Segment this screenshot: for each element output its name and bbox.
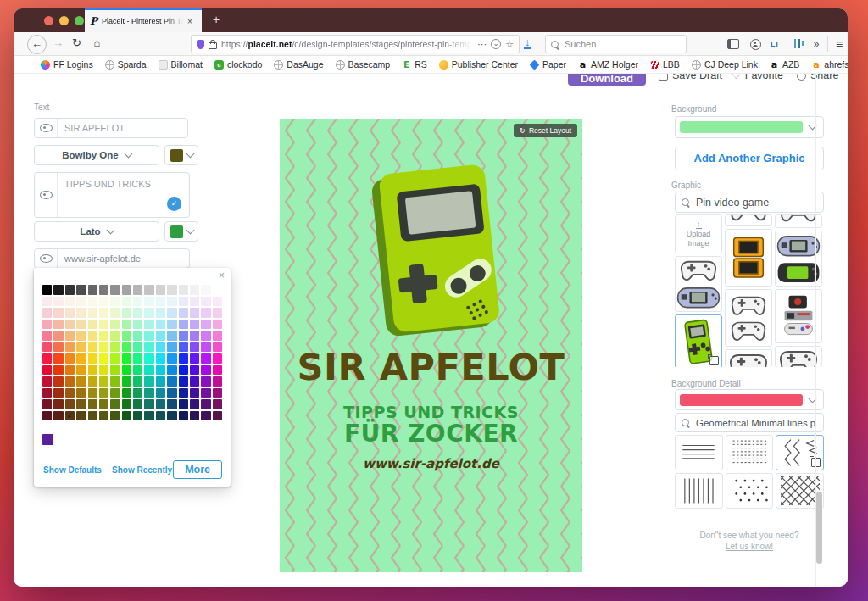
palette-swatch[interactable] <box>110 308 120 318</box>
palette-swatch[interactable] <box>53 285 63 295</box>
palette-swatch[interactable] <box>144 342 153 353</box>
palette-swatch[interactable] <box>156 365 165 376</box>
bookmark-star-icon[interactable]: ☆ <box>505 39 514 50</box>
palette-swatch[interactable] <box>201 399 210 409</box>
palette-swatch[interactable] <box>65 365 75 376</box>
bookmark-rs[interactable]: ERS <box>402 59 427 70</box>
palette-swatch[interactable] <box>144 388 153 398</box>
palette-swatch[interactable] <box>133 320 142 330</box>
bookmark-sparda[interactable]: Sparda <box>105 59 147 70</box>
bookmark-clockodo[interactable]: cclockodo <box>214 59 262 70</box>
palette-swatch[interactable] <box>88 320 97 330</box>
palette-swatch[interactable] <box>65 388 75 398</box>
reset-layout-button[interactable]: ↻ Reset Layout <box>514 124 577 137</box>
palette-swatch[interactable] <box>88 331 97 341</box>
palette-swatch[interactable] <box>65 308 75 318</box>
graphic-thumb-ds[interactable] <box>725 229 772 287</box>
palette-swatch[interactable] <box>42 320 52 330</box>
bookmark-dasauge[interactable]: DasAuge <box>274 59 323 70</box>
zoom-window-button[interactable] <box>75 16 84 25</box>
visibility-toggle-3[interactable] <box>35 249 58 268</box>
palette-swatch[interactable] <box>65 376 75 387</box>
palette-swatch[interactable] <box>213 331 222 341</box>
lock-icon[interactable] <box>209 42 217 49</box>
palette-swatch[interactable] <box>122 285 131 295</box>
palette-swatch[interactable] <box>53 308 63 318</box>
palette-swatch[interactable] <box>65 331 75 341</box>
palette-swatch[interactable] <box>110 399 120 409</box>
palette-swatch[interactable] <box>156 399 165 409</box>
palette-swatch[interactable] <box>179 353 188 364</box>
palette-swatch[interactable] <box>110 388 120 398</box>
palette-swatch[interactable] <box>167 331 176 341</box>
bookmark-basecamp[interactable]: Basecamp <box>336 59 391 70</box>
palette-swatch[interactable] <box>201 285 210 295</box>
palette-swatch[interactable] <box>201 308 210 318</box>
download-button[interactable]: Download <box>568 74 646 86</box>
palette-swatch[interactable] <box>122 297 131 307</box>
palette-swatch[interactable] <box>201 411 210 421</box>
palette-swatch[interactable] <box>88 308 97 318</box>
scrollbar-thumb[interactable] <box>816 492 822 564</box>
palette-swatch[interactable] <box>144 365 153 376</box>
palette-swatch[interactable] <box>122 331 131 341</box>
palette-swatch[interactable] <box>190 285 199 295</box>
downloads-icon[interactable]: ↓ <box>524 36 531 49</box>
palette-swatch[interactable] <box>122 399 131 409</box>
bookmark-amz-holger[interactable]: aAMZ Holger <box>578 59 638 70</box>
sidebar-icon[interactable] <box>727 39 739 49</box>
palette-swatch[interactable] <box>213 308 222 318</box>
palette-swatch[interactable] <box>99 411 108 421</box>
canvas-title-text[interactable]: SIR APFELOT <box>280 349 582 386</box>
palette-swatch[interactable] <box>42 297 52 307</box>
menu-icon[interactable]: ≡ <box>832 37 847 51</box>
palette-swatch[interactable] <box>201 376 210 387</box>
add-another-graphic-button[interactable]: Add Another Graphic <box>675 147 824 170</box>
palette-swatch[interactable] <box>179 320 188 330</box>
palette-swatch[interactable] <box>76 285 86 295</box>
palette-swatch[interactable] <box>133 376 142 387</box>
palette-swatch[interactable] <box>122 342 131 353</box>
gameboy-graphic[interactable] <box>358 158 510 349</box>
palette-swatch[interactable] <box>53 376 63 387</box>
browser-tab[interactable]: P Placeit - Pinterest Pin Template × <box>85 8 202 32</box>
palette-swatch[interactable] <box>110 297 120 307</box>
palette-swatch[interactable] <box>201 297 210 307</box>
palette-swatch[interactable] <box>144 297 153 307</box>
palette-swatch[interactable] <box>133 411 142 421</box>
palette-swatch[interactable] <box>42 308 52 318</box>
graphic-search-field[interactable] <box>675 192 824 213</box>
palette-swatch[interactable] <box>42 285 52 295</box>
background-detail-dropdown[interactable] <box>675 389 824 410</box>
text-field-2[interactable]: TIPPS UND TRICKS ✓ <box>34 172 190 218</box>
palette-swatch[interactable] <box>190 308 199 318</box>
palette-swatch[interactable] <box>65 342 75 353</box>
page-actions-icon[interactable]: ⋯ <box>477 39 487 50</box>
close-window-button[interactable] <box>44 16 53 25</box>
palette-swatch[interactable] <box>133 365 142 376</box>
palette-swatch[interactable] <box>156 376 165 387</box>
palette-swatch[interactable] <box>144 376 153 387</box>
palette-swatch[interactable] <box>156 308 165 318</box>
palette-swatch[interactable] <box>190 342 199 353</box>
palette-swatch[interactable] <box>110 285 120 295</box>
palette-swatch[interactable] <box>133 342 142 353</box>
palette-swatch[interactable] <box>179 399 188 409</box>
palette-swatch[interactable] <box>179 331 188 341</box>
canvas-url-text[interactable]: www.sir-apfelot.de <box>280 458 582 470</box>
palette-swatch[interactable] <box>213 353 222 364</box>
palette-swatch[interactable] <box>42 342 52 353</box>
palette-swatch[interactable] <box>167 320 176 330</box>
text-field-3[interactable] <box>34 248 190 269</box>
background-color-dropdown[interactable] <box>675 116 824 138</box>
palette-swatch[interactable] <box>133 331 142 341</box>
palette-swatch[interactable] <box>144 399 153 409</box>
palette-swatch[interactable] <box>179 342 188 353</box>
palette-swatch[interactable] <box>156 331 165 341</box>
palette-swatch[interactable] <box>133 285 142 295</box>
more-colors-button[interactable]: More <box>173 460 222 479</box>
bookmark-cj-deep-link[interactable]: CJ Deep Link <box>692 59 758 70</box>
palette-swatch[interactable] <box>201 365 210 376</box>
palette-swatch[interactable] <box>167 365 176 376</box>
palette-swatch[interactable] <box>190 297 199 307</box>
